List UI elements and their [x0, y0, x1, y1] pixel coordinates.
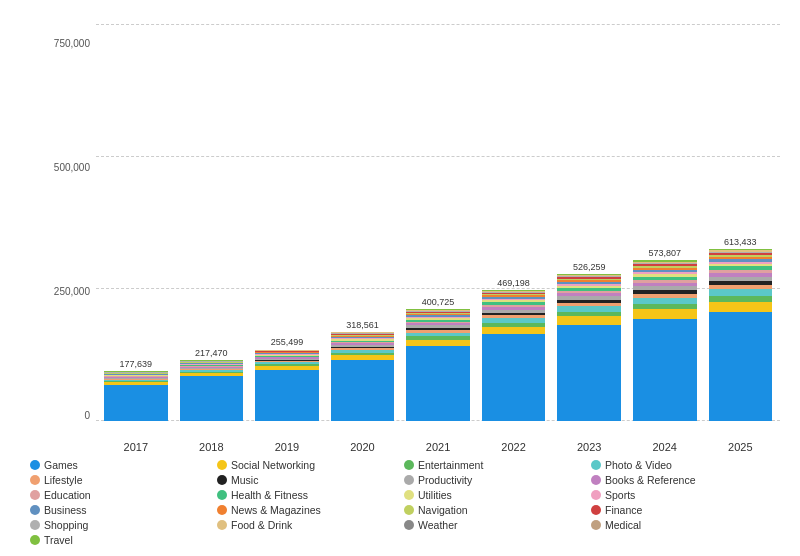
- legend-dot: [591, 490, 601, 500]
- legend-label: Sports: [605, 489, 635, 501]
- legend-dot: [404, 490, 414, 500]
- bar-total-label: 526,259: [573, 262, 606, 272]
- bar-total-label: 255,499: [271, 337, 304, 347]
- legend-dot: [404, 505, 414, 515]
- legend-item: Education: [30, 489, 209, 501]
- legend-label: Food & Drink: [231, 519, 292, 531]
- bar-group: 177,639: [104, 359, 168, 421]
- legend-dot: [217, 460, 227, 470]
- bars-container: 177,639217,470255,499318,561400,725469,1…: [96, 24, 780, 441]
- legend-dot: [404, 475, 414, 485]
- x-axis-label: 2022: [482, 441, 546, 453]
- legend-item: Travel: [30, 534, 209, 546]
- legend-label: Photo & Video: [605, 459, 672, 471]
- y-axis: 0250,000500,000750,000: [38, 24, 96, 441]
- legend-item: Photo & Video: [591, 459, 770, 471]
- bar: [709, 249, 773, 421]
- x-axis-label: 2024: [633, 441, 697, 453]
- legend-dot: [30, 535, 40, 545]
- legend-item: Food & Drink: [217, 519, 396, 531]
- legend-label: Travel: [44, 534, 73, 546]
- legend-dot: [217, 505, 227, 515]
- x-axis-label: 2018: [180, 441, 244, 453]
- bar-segment: [557, 316, 621, 324]
- chart-inner: 0250,000500,000750,000 177,639217,470255…: [38, 24, 780, 453]
- bar-segment: [709, 312, 773, 421]
- bar-total-label: 613,433: [724, 237, 757, 247]
- legend-dot: [591, 475, 601, 485]
- bar-segment: [180, 376, 244, 421]
- bar-total-label: 400,725: [422, 297, 455, 307]
- legend-item: Navigation: [404, 504, 583, 516]
- bar-segment: [104, 385, 168, 421]
- legend-item: Weather: [404, 519, 583, 531]
- bar-total-label: 573,807: [648, 248, 681, 258]
- bar-group: 255,499: [255, 337, 319, 421]
- bar-segment: [557, 325, 621, 421]
- legend-label: Games: [44, 459, 78, 471]
- x-axis-label: 2019: [255, 441, 319, 453]
- legend-dot: [30, 505, 40, 515]
- y-tick: 500,000: [38, 162, 90, 173]
- bar: [557, 274, 621, 421]
- legend-label: Lifestyle: [44, 474, 83, 486]
- legend-label: Health & Fitness: [231, 489, 308, 501]
- legend-item: Sports: [591, 489, 770, 501]
- x-axis-label: 2017: [104, 441, 168, 453]
- bar-segment: [255, 370, 319, 421]
- bar-group: 400,725: [406, 297, 470, 421]
- x-axis-label: 2025: [709, 441, 773, 453]
- legend-label: Music: [231, 474, 258, 486]
- legend-label: Education: [44, 489, 91, 501]
- legend-item: Books & Reference: [591, 474, 770, 486]
- bar-segment: [482, 334, 546, 421]
- legend-label: Utilities: [418, 489, 452, 501]
- bar-segment: [709, 302, 773, 312]
- bar: [406, 309, 470, 421]
- legend-dot: [30, 490, 40, 500]
- bar-segment: [633, 319, 697, 421]
- y-tick: 0: [38, 410, 90, 421]
- legend-label: News & Magazines: [231, 504, 321, 516]
- bars-row: 177,639217,470255,499318,561400,725469,1…: [96, 24, 780, 441]
- legend-item: Health & Fitness: [217, 489, 396, 501]
- bar-total-label: 217,470: [195, 348, 228, 358]
- legend-item: Lifestyle: [30, 474, 209, 486]
- legend-item: Medical: [591, 519, 770, 531]
- legend-dot: [30, 460, 40, 470]
- legend-dot: [30, 520, 40, 530]
- legend-item: Social Networking: [217, 459, 396, 471]
- bar-segment: [331, 360, 395, 421]
- chart-area: 0250,000500,000750,000 177,639217,470255…: [20, 24, 780, 453]
- legend-label: Productivity: [418, 474, 472, 486]
- legend: GamesSocial NetworkingEntertainmentPhoto…: [20, 459, 780, 546]
- legend-item: Shopping: [30, 519, 209, 531]
- legend-dot: [217, 475, 227, 485]
- legend-label: Medical: [605, 519, 641, 531]
- legend-item: Productivity: [404, 474, 583, 486]
- legend-item: Games: [30, 459, 209, 471]
- legend-dot: [217, 490, 227, 500]
- bar: [482, 290, 546, 421]
- bar: [633, 260, 697, 421]
- y-tick: 750,000: [38, 38, 90, 49]
- legend-item: Finance: [591, 504, 770, 516]
- legend-label: Books & Reference: [605, 474, 695, 486]
- legend-label: Weather: [418, 519, 458, 531]
- y-axis-label: [20, 24, 38, 453]
- legend-dot: [591, 505, 601, 515]
- bar: [331, 332, 395, 421]
- bar: [104, 371, 168, 421]
- bar-group: 573,807: [633, 248, 697, 421]
- legend-item: Music: [217, 474, 396, 486]
- legend-item: Business: [30, 504, 209, 516]
- legend-dot: [30, 475, 40, 485]
- bar: [255, 349, 319, 421]
- legend-label: Business: [44, 504, 87, 516]
- y-tick: 250,000: [38, 286, 90, 297]
- bar-group: 526,259: [557, 262, 621, 421]
- bar-total-label: 177,639: [120, 359, 153, 369]
- legend-label: Finance: [605, 504, 642, 516]
- bar-group: 318,561: [331, 320, 395, 421]
- bar-segment: [633, 309, 697, 318]
